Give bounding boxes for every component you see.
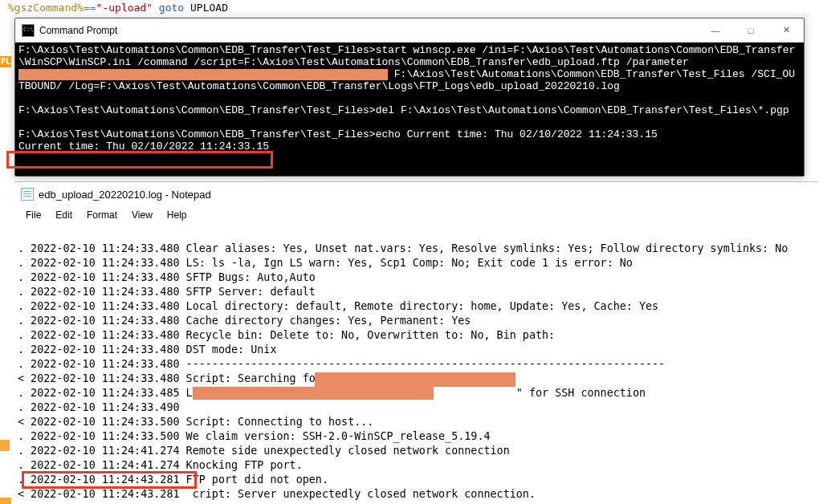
command-prompt-window: Command Prompt — □ ✕ F:\Axios\Test\Autom… [14, 18, 805, 177]
log-line: . 2022-02-10 11:24:41.274 Remote side un… [18, 444, 814, 458]
cmd-line-4: Current time: Thu 02/10/2022 11:24:33.15 [18, 140, 269, 152]
command-prompt-title: Command Prompt [39, 25, 698, 36]
menu-view[interactable]: View [125, 208, 159, 222]
log-line: . 2022-02-10 11:24:33.480 Cache director… [18, 314, 814, 328]
highlight-box-timestamp [22, 471, 197, 489]
log-line: . 2022-02-10 11:24:33.480 DST mode: Unix [18, 343, 814, 357]
minimize-button[interactable]: — [698, 18, 733, 43]
log-line: . 2022-02-10 11:24:33.490 [18, 400, 814, 415]
cmd-line-3: F:\Axios\Test\Automations\Common\EDB_Tra… [18, 128, 658, 140]
line-marker-e [0, 498, 11, 504]
close-button[interactable]: ✕ [768, 18, 804, 43]
notepad-body[interactable]: . 2022-02-10 11:24:33.480 Clear aliases:… [14, 226, 817, 504]
menu-help[interactable]: Help [161, 208, 194, 222]
log-line: . 2022-02-10 11:24:33.480 SFTP Bugs: Aut… [18, 270, 814, 285]
log-text: cript: Server unexpectedly closed networ… [193, 488, 536, 500]
background-code: %gszCommand%=="-upload" goto UPLOAD [0, 0, 236, 15]
menu-edit[interactable]: Edit [49, 208, 79, 222]
notepad-icon [21, 188, 34, 201]
command-prompt-body[interactable]: F:\Axios\Test\Automations\Common\EDB_Tra… [15, 43, 804, 176]
log-text: " for SSH connection [516, 387, 646, 399]
maximize-button[interactable]: □ [733, 18, 768, 43]
log-line: . 2022-02-10 11:24:33.480 Recycle bin: D… [18, 328, 814, 343]
cmd-line-1a: F:\Axios\Test\Automations\Common\EDB_Tra… [18, 44, 795, 68]
log-line: . 2022-02-10 11:24:33.480 Clear aliases:… [18, 242, 814, 256]
log-line: . 2022-02-10 11:24:33.480 SFTP Server: d… [18, 285, 814, 299]
log-line: < 2022-02-10 11:24:43.281 cript: Server … [18, 487, 814, 502]
menu-file[interactable]: File [19, 208, 47, 222]
log-line: . 2022-02-10 11:24:33.480 --------------… [18, 357, 814, 372]
notepad-titlebar[interactable]: edb_upload_20220210.log - Notepad [14, 182, 817, 206]
redacted-line [193, 387, 434, 400]
line-marker-w [0, 440, 10, 451]
log-line: . 2022-02-10 11:24:33.480 LS: ls -la, Ig… [18, 256, 814, 270]
cmd-line-2: F:\Axios\Test\Automations\Common\EDB_Tra… [18, 104, 789, 116]
command-prompt-icon [22, 24, 35, 37]
redacted-parameter [18, 69, 388, 80]
command-prompt-titlebar[interactable]: Command Prompt — □ ✕ [15, 18, 804, 43]
notepad-menu: File Edit Format View Help [14, 206, 817, 226]
notepad-window: edb_upload_20220210.log - Notepad File E… [14, 181, 817, 504]
line-marker-pl: PL [0, 56, 11, 67]
log-line: . 2022-02-10 11:24:33.480 Local director… [18, 299, 814, 314]
log-line: . 2022-02-10 11:24:33.500 We claim versi… [18, 429, 814, 444]
notepad-title: edb_upload_20220210.log - Notepad [39, 189, 211, 201]
redacted-host [315, 372, 515, 387]
menu-format[interactable]: Format [80, 208, 124, 222]
log-line: < 2022-02-10 11:24:33.500 Script: Connec… [18, 415, 814, 429]
log-text: < 2022-02-10 11:24:43.281 [18, 488, 186, 500]
